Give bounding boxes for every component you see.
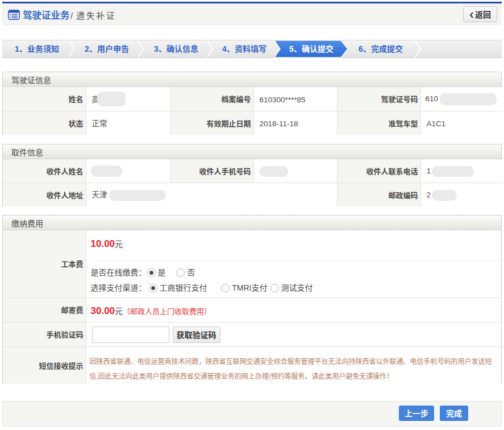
svg-text:3、确认信息: 3、确认信息 [154,43,198,54]
svg-text:1、业务须知: 1、业务须知 [15,43,59,54]
svg-text:2、用户申告: 2、用户申告 [85,43,129,54]
svg-text:5、确认提交: 5、确认提交 [289,43,334,54]
svg-text:6、完成提交: 6、完成提交 [359,43,403,54]
svg-text:4、资料填写: 4、资料填写 [222,43,266,54]
